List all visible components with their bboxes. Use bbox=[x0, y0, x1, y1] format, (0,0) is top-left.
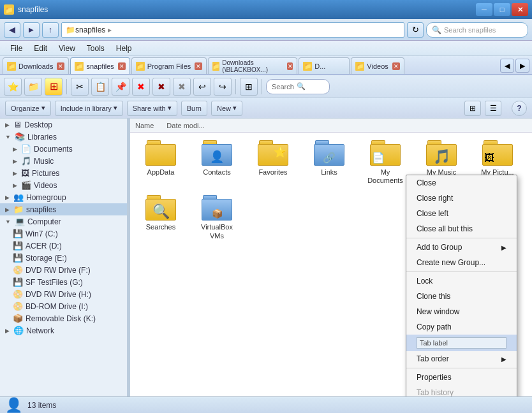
refresh-button[interactable]: ↻ bbox=[407, 22, 424, 38]
sidebar-item-pictures[interactable]: ▶ 🖼 Pictures bbox=[0, 167, 127, 179]
sidebar-item-desktop[interactable]: ▶ 🖥 Desktop bbox=[0, 119, 127, 131]
address-path[interactable]: 📁 snapfiles ▸ bbox=[61, 22, 404, 38]
tab-downloads[interactable]: 📁 Downloads ✕ bbox=[3, 57, 69, 74]
delete-button[interactable]: ✖ bbox=[132, 78, 150, 96]
sidebar-item-win7c[interactable]: 💾 Win7 (C:) bbox=[0, 228, 127, 240]
menu-edit[interactable]: Edit bbox=[29, 43, 52, 54]
maximize-button[interactable]: □ bbox=[494, 3, 510, 16]
share-label: Share with bbox=[133, 105, 166, 112]
view-toggle[interactable]: ⊞ bbox=[240, 78, 258, 96]
paste-button[interactable]: 📌 bbox=[112, 78, 129, 96]
view-grid-button[interactable]: ⊞ bbox=[464, 101, 481, 116]
tab-d[interactable]: 📁 D... bbox=[299, 57, 350, 74]
ctx-tab-order-label: Tab order bbox=[417, 354, 449, 363]
search-box[interactable]: 🔍 Search snapfiles bbox=[426, 22, 528, 38]
copy-button[interactable]: 📋 bbox=[91, 78, 109, 96]
sidebar-item-documents[interactable]: ▶ 📄 Documents bbox=[0, 143, 127, 155]
tab-nav-buttons: ◀ ▶ bbox=[500, 59, 529, 74]
ctx-tab-label-input[interactable] bbox=[417, 337, 506, 349]
ctx-close[interactable]: Close bbox=[406, 175, 517, 191]
back-button[interactable]: ◀ bbox=[4, 22, 20, 38]
sidebar-item-bdromi[interactable]: 📀 BD-ROM Drive (I:) bbox=[0, 300, 127, 312]
sidebar-item-sfg[interactable]: 💾 SF TestFiles (G:) bbox=[0, 276, 127, 288]
tab-close-downloads[interactable]: ✕ bbox=[57, 62, 64, 70]
folder-contacts[interactable]: 👤 Contacts bbox=[191, 138, 242, 187]
sidebar-item-computer[interactable]: ▼ 💻 Computer bbox=[0, 215, 127, 228]
minimize-button[interactable]: ─ bbox=[476, 3, 492, 16]
tab-close-videos[interactable]: ✕ bbox=[392, 62, 400, 70]
ctx-clone-label: Clone this bbox=[417, 292, 450, 301]
homegroup-icon: 👥 bbox=[13, 192, 24, 202]
close-window-button[interactable]: ✕ bbox=[512, 3, 528, 16]
folder-virtualboxvms[interactable]: 📦 VirtualBox VMs bbox=[191, 192, 242, 242]
sidebar-item-network[interactable]: ▶ 🌐 Network bbox=[0, 324, 127, 337]
tab-forward-button[interactable]: ▶ bbox=[515, 59, 529, 73]
ctx-close-right[interactable]: Close right bbox=[406, 191, 517, 206]
organize-arrow: ▾ bbox=[41, 104, 45, 112]
ctx-tab-order[interactable]: Tab order ▶ bbox=[406, 351, 517, 366]
include-library-button[interactable]: Include in library ▾ bbox=[55, 101, 123, 116]
undo-button[interactable]: ↩ bbox=[193, 78, 211, 96]
ctx-close-all-but[interactable]: Close all but this bbox=[406, 221, 517, 236]
sidebar-item-storagee[interactable]: 💾 Storage (E:) bbox=[0, 252, 127, 264]
menu-view[interactable]: View bbox=[54, 43, 80, 54]
sidebar-item-libraries[interactable]: ▼ 📚 Libraries bbox=[0, 131, 127, 143]
windows-button[interactable]: ⊞ bbox=[45, 78, 63, 96]
search-toolbar-box[interactable]: Search 🔍 bbox=[266, 79, 330, 94]
ctx-lock[interactable]: Lock bbox=[406, 273, 517, 289]
ctx-clone[interactable]: Clone this bbox=[406, 289, 517, 304]
burn-button[interactable]: Burn bbox=[181, 101, 207, 116]
ctx-add-group[interactable]: Add to Group ▶ bbox=[406, 240, 517, 255]
sidebar-label: Documents bbox=[34, 145, 73, 154]
tab-videos[interactable]: 📁 Videos ✕ bbox=[351, 57, 404, 74]
delete2-button[interactable]: ✖ bbox=[152, 78, 170, 96]
sidebar-item-dvdf[interactable]: 📀 DVD RW Drive (F:) bbox=[0, 264, 127, 276]
date-column[interactable]: Date modi... bbox=[166, 122, 204, 129]
sidebar-item-homegroup[interactable]: ▶ 👥 Homegroup bbox=[0, 191, 127, 203]
name-column[interactable]: Name bbox=[135, 122, 154, 129]
ctx-copy-path[interactable]: Copy path bbox=[406, 319, 517, 335]
folder-appdata[interactable]: AppData bbox=[135, 138, 186, 187]
tab-back-button[interactable]: ◀ bbox=[500, 59, 514, 73]
folder-searches[interactable]: 🔍 Searches bbox=[135, 192, 186, 242]
sidebar-item-removablek[interactable]: 📦 Removable Disk (K:) bbox=[0, 312, 127, 324]
tab-label: Downloads (\BLACKBOX...) bbox=[222, 59, 283, 73]
up-button[interactable]: ↑ bbox=[42, 22, 59, 38]
folder-icon-button[interactable]: 📁 bbox=[24, 78, 42, 96]
tab-downloads-blackbox[interactable]: 📁 Downloads (\BLACKBOX...) ✕ bbox=[208, 57, 297, 74]
ctx-new-window[interactable]: New window bbox=[406, 304, 517, 319]
tab-programfiles[interactable]: 📁 Program Files ✕ bbox=[131, 57, 207, 74]
redo-button[interactable]: ↪ bbox=[214, 78, 232, 96]
new-button[interactable]: New ▾ bbox=[211, 101, 242, 116]
ctx-close-left[interactable]: Close left bbox=[406, 206, 517, 221]
search-placeholder: Search snapfiles bbox=[444, 26, 496, 34]
ctx-properties[interactable]: Properties bbox=[406, 370, 517, 385]
sidebar-item-acerd[interactable]: 💾 ACER (D:) bbox=[0, 240, 127, 252]
sidebar-item-videos[interactable]: ▶ 🎬 Videos bbox=[0, 179, 127, 191]
menu-file[interactable]: File bbox=[5, 43, 27, 54]
menu-help[interactable]: Help bbox=[111, 43, 137, 54]
forward-button[interactable]: ▶ bbox=[23, 22, 40, 38]
folder-label: Searches bbox=[146, 223, 175, 231]
sidebar-item-snapfiles[interactable]: ▶ 📁 snapfiles bbox=[0, 203, 127, 215]
view-list-button[interactable]: ☰ bbox=[485, 101, 501, 116]
menu-tools[interactable]: Tools bbox=[82, 43, 110, 54]
cut-button[interactable]: ✂ bbox=[71, 78, 89, 96]
folder-links[interactable]: 🔗 Links bbox=[304, 138, 355, 187]
help-button[interactable]: ? bbox=[512, 101, 527, 116]
delete3-button[interactable]: ✖ bbox=[173, 78, 191, 96]
folder-mydocuments[interactable]: 📄 My Documents bbox=[360, 138, 411, 187]
ctx-create-group[interactable]: Create new Group... bbox=[406, 255, 517, 270]
sidebar-item-music[interactable]: ▶ 🎵 Music bbox=[0, 155, 127, 167]
folder-favorites[interactable]: ⭐ Favorites bbox=[248, 138, 299, 187]
share-button[interactable]: Share with ▾ bbox=[127, 101, 177, 116]
organize-button[interactable]: Organize ▾ bbox=[5, 101, 51, 116]
tab-close-downloads-bb[interactable]: ✕ bbox=[287, 62, 293, 70]
tab-close-snapfiles[interactable]: ✕ bbox=[118, 62, 126, 70]
tab-snapfiles[interactable]: 📁 snapfiles ✕ bbox=[70, 57, 129, 74]
folder-label: Links bbox=[321, 168, 337, 177]
tab-close-programfiles[interactable]: ✕ bbox=[195, 62, 202, 70]
sidebar-label: ACER (D:) bbox=[26, 242, 62, 250]
back-toolbar-button[interactable]: ⭐ bbox=[4, 78, 22, 96]
sidebar-item-dvdh[interactable]: 📀 DVD RW Drive (H:) bbox=[0, 288, 127, 300]
